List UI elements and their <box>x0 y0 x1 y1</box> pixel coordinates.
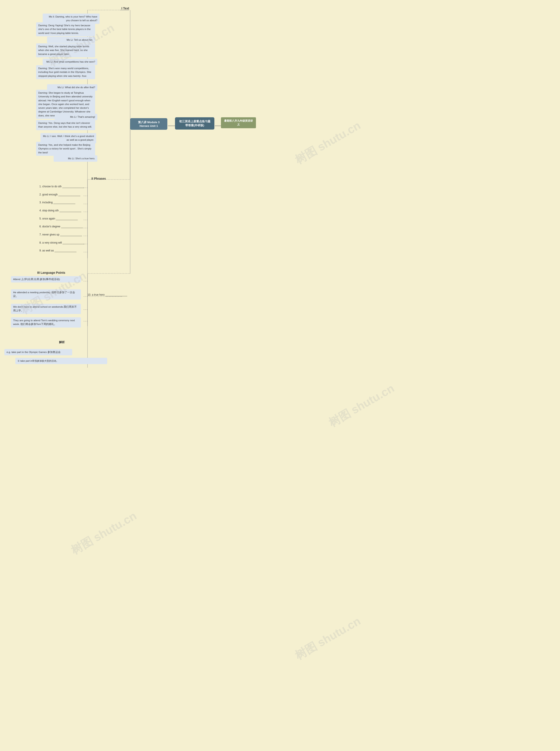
phrase-7: 7. never gives up _______________ <box>39 233 98 236</box>
dialog-daming-2: Daming: Well, she started playing table … <box>36 43 95 57</box>
dialog-daming-1: Daming: Deng Yaping! She's my hero becau… <box>36 22 95 36</box>
jiexi-label: 解析 <box>59 340 65 344</box>
section-iii-label: III Language Points <box>37 271 65 274</box>
phrase-5: 5. once again _______________ <box>39 217 98 220</box>
phrase-3: 3. including _______________ <box>39 201 98 204</box>
dialog-daming-3: Daming: She's won many world competition… <box>36 65 95 79</box>
mind-map: 树图 shutu.cn 树图 shutu.cn 树图 shutu.cn 树图 s… <box>0 0 560 751</box>
watermark-2: 树图 shutu.cn <box>292 118 363 168</box>
example-1: He attended a meeting yesterday. 他昨日参加了一… <box>11 289 81 300</box>
watermark-4: 树图 shutu.cn <box>326 381 397 431</box>
far-right-node-label: 暑期班八升九年级英语讲义 <box>224 119 253 126</box>
example-2: We don't have to attend school on weeken… <box>11 304 81 314</box>
dialog-ms-li-2: Ms Li: Tell us about her. <box>47 37 95 43</box>
dialog-ms-li-5: Ms Li: That's amazing! <box>55 114 97 120</box>
bottom-note: e.g. take part in the Olympic Games 参加奥运… <box>4 349 72 355</box>
dialog-ms-li-3: Ms Li: And what competitions has she won… <box>43 59 97 65</box>
example-3: They are going to attend Tom's wedding c… <box>11 317 81 328</box>
watermark-6: 树图 shutu.cn <box>292 614 363 664</box>
dialog-daming-6: Daming: Yes, and she helped make the Bei… <box>36 142 95 156</box>
item-10: 10. a true hero _______________ <box>87 293 131 296</box>
far-right-node: 暑期班八升九年级英语讲义 <box>221 117 256 128</box>
section-i-label: I Text <box>121 6 129 10</box>
phrase-4: 4. stop doing sth _______________ <box>39 209 98 212</box>
watermark-5: 树图 shutu.cn <box>68 508 139 558</box>
dialog-daming-5: Daming: Yes. Deng says that she isn't cl… <box>36 120 95 130</box>
central-node-label: 第八讲 Module 3 Heroes Unit 1 <box>138 121 160 127</box>
phrase-8: 8. a very strong will _______________ <box>39 241 98 244</box>
attend-label: Attend 上(学)出席;出席;参加(事件或活动) <box>11 276 81 282</box>
right-node: 初三英语上册重点练习题 带答案(外研版) <box>175 117 214 130</box>
phrase-1: 1. choose to do sth _______________ <box>39 185 98 188</box>
bottom-detail: ① take part in常指参加较大型的活动。 <box>15 358 107 364</box>
right-node-label: 初三英语上册重点练习题 带答案(外研版) <box>179 120 211 127</box>
central-node: 第八讲 Module 3 Heroes Unit 1 <box>130 118 167 130</box>
dialog-ms-li-7: Ms Li: She's a true hero. <box>54 155 97 162</box>
phrase-9: 9. as well as _______________ <box>39 249 98 252</box>
phrase-2: 2. good enough _______________ <box>39 193 98 196</box>
phrase-6: 6. doctor's degree _______________ <box>39 225 98 228</box>
section-ii-label: II Phrases <box>92 177 106 180</box>
